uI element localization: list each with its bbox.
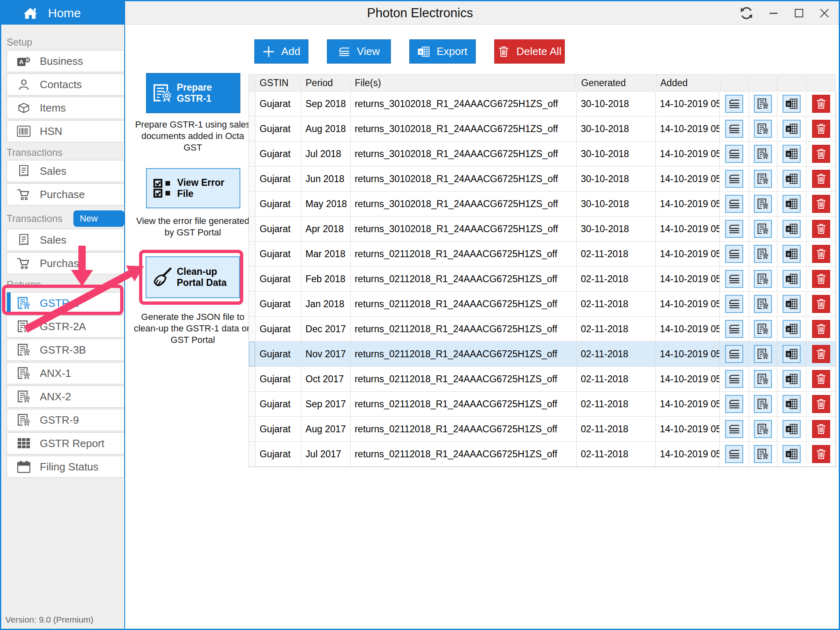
sidebar-item-anx-2[interactable]: ANX-2	[7, 386, 124, 408]
row-excel-button[interactable]: x	[783, 270, 801, 288]
table-row[interactable]: GujaratOct 2017returns_02112018_R1_24AAA…	[249, 367, 836, 392]
row-certificate-button[interactable]	[754, 345, 772, 363]
sidebar-item-sales[interactable]: Sales	[7, 160, 124, 182]
row-certificate-button[interactable]	[754, 195, 772, 213]
row-excel-button[interactable]: x	[783, 220, 801, 238]
row-view-button[interactable]	[725, 445, 743, 463]
row-delete-button[interactable]	[812, 195, 830, 213]
row-certificate-button[interactable]	[754, 95, 772, 113]
row-delete-button[interactable]	[812, 170, 830, 188]
row-certificate-button[interactable]	[754, 445, 772, 463]
sidebar-item-gstr-9[interactable]: GSTR-9	[7, 409, 124, 431]
table-row[interactable]: GujaratSep 2018returns_30102018_R1_24AAA…	[249, 91, 836, 116]
row-excel-button[interactable]: x	[783, 395, 801, 413]
delete-all-button[interactable]: Delete All	[494, 39, 565, 64]
row-excel-button[interactable]: x	[783, 95, 801, 113]
table-row[interactable]: GujaratJul 2017returns_02112018_R1_24AAA…	[249, 442, 836, 467]
row-certificate-button[interactable]	[754, 270, 772, 288]
sidebar-item-gstr-report[interactable]: GSTR Report	[7, 432, 124, 454]
row-excel-button[interactable]: x	[783, 145, 801, 163]
row-certificate-button[interactable]	[754, 145, 772, 163]
table-row[interactable]: GujaratSep 2017returns_02112018_R1_24AAA…	[249, 392, 836, 417]
row-delete-button[interactable]	[812, 245, 830, 263]
column-header-period[interactable]: Period	[301, 74, 349, 91]
row-delete-button[interactable]	[812, 345, 830, 363]
sidebar-item-business[interactable]: ABusiness	[7, 50, 124, 72]
table-row[interactable]: GujaratNov 2017returns_02112018_R1_24AAA…	[249, 342, 836, 367]
row-delete-button[interactable]	[812, 420, 830, 438]
row-delete-button[interactable]	[812, 370, 830, 388]
table-row[interactable]: GujaratJan 2018returns_02112018_R1_24AAA…	[249, 292, 836, 317]
row-certificate-button[interactable]	[754, 120, 772, 138]
row-view-button[interactable]	[725, 295, 743, 313]
table-row[interactable]: GujaratDec 2017returns_02112018_R1_24AAA…	[249, 317, 836, 342]
column-header-generated[interactable]: Generated	[577, 74, 655, 91]
export-button[interactable]: x Export	[409, 39, 476, 64]
row-view-button[interactable]	[725, 120, 743, 138]
table-row[interactable]: GujaratAug 2018returns_30102018_R1_24AAA…	[249, 116, 836, 142]
row-view-button[interactable]	[725, 195, 743, 213]
row-excel-button[interactable]: x	[783, 370, 801, 388]
row-delete-button[interactable]	[812, 95, 830, 113]
column-header-added[interactable]: Added	[656, 74, 719, 91]
column-header-file-s-[interactable]: File(s)	[350, 74, 576, 91]
row-view-button[interactable]	[725, 395, 743, 413]
view-error-file-button[interactable]: View Error File	[146, 168, 240, 208]
row-delete-button[interactable]	[812, 120, 830, 138]
table-row[interactable]: GujaratMar 2018returns_02112018_R1_24AAA…	[249, 242, 836, 267]
home-button[interactable]: Home	[1, 1, 125, 25]
row-view-button[interactable]	[725, 370, 743, 388]
refresh-icon[interactable]	[740, 7, 753, 20]
add-button[interactable]: Add	[254, 39, 308, 64]
sidebar-item-purchase[interactable]: Purchase	[7, 183, 124, 205]
minimize-button[interactable]	[768, 8, 779, 18]
row-certificate-button[interactable]	[754, 170, 772, 188]
sidebar-item-gstr-2a[interactable]: GSTR-2A	[7, 315, 124, 338]
row-view-button[interactable]	[725, 145, 743, 163]
row-certificate-button[interactable]	[754, 320, 772, 338]
column-header-gstin[interactable]: GSTIN	[255, 74, 300, 91]
sidebar-item-hsn[interactable]: HSN	[7, 120, 124, 142]
row-excel-button[interactable]: x	[783, 120, 801, 138]
row-delete-button[interactable]	[812, 395, 830, 413]
row-view-button[interactable]	[725, 320, 743, 338]
row-delete-button[interactable]	[812, 270, 830, 288]
sidebar-item-items[interactable]: Items	[7, 97, 124, 119]
table-row[interactable]: GujaratFeb 2018returns_02112018_R1_24AAA…	[249, 267, 836, 292]
row-view-button[interactable]	[725, 420, 743, 438]
row-certificate-button[interactable]	[754, 370, 772, 388]
row-certificate-button[interactable]	[754, 295, 772, 313]
row-excel-button[interactable]: x	[783, 245, 801, 263]
table-row[interactable]: GujaratJun 2018returns_30102018_R1_24AAA…	[249, 167, 836, 192]
sidebar-item-purchase[interactable]: Purchase	[7, 252, 124, 274]
row-delete-button[interactable]	[812, 220, 830, 238]
row-delete-button[interactable]	[812, 445, 830, 463]
row-view-button[interactable]	[725, 95, 743, 113]
row-view-button[interactable]	[725, 170, 743, 188]
table-row[interactable]: GujaratMay 2018returns_30102018_R1_24AAA…	[249, 192, 836, 217]
row-excel-button[interactable]: x	[783, 170, 801, 188]
table-row[interactable]: GujaratApr 2018returns_30102018_R1_24AAA…	[249, 217, 836, 242]
row-delete-button[interactable]	[812, 145, 830, 163]
row-excel-button[interactable]: x	[783, 445, 801, 463]
row-excel-button[interactable]: x	[783, 295, 801, 313]
sidebar-item-filing-status[interactable]: Filing Status	[7, 456, 124, 478]
row-excel-button[interactable]: x	[783, 195, 801, 213]
sidebar-item-gstr-3b[interactable]: GSTR-3B	[7, 339, 124, 361]
view-button[interactable]: View	[327, 39, 391, 64]
table-row[interactable]: GujaratAug 2017returns_02112018_R1_24AAA…	[249, 417, 836, 442]
cleanup-portal-data-button[interactable]: Clean-up Portal Data	[146, 256, 240, 298]
row-delete-button[interactable]	[812, 295, 830, 313]
row-delete-button[interactable]	[812, 320, 830, 338]
row-certificate-button[interactable]	[754, 220, 772, 238]
sidebar-item-contacts[interactable]: Contacts	[7, 73, 124, 96]
row-certificate-button[interactable]	[754, 245, 772, 263]
maximize-button[interactable]	[794, 8, 804, 18]
row-certificate-button[interactable]	[754, 395, 772, 413]
row-certificate-button[interactable]	[754, 420, 772, 438]
row-view-button[interactable]	[725, 220, 743, 238]
prepare-gstr1-button[interactable]: Prepare GSTR-1	[146, 73, 240, 113]
row-view-button[interactable]	[725, 345, 743, 363]
row-view-button[interactable]	[725, 270, 743, 288]
row-excel-button[interactable]: x	[783, 320, 801, 338]
